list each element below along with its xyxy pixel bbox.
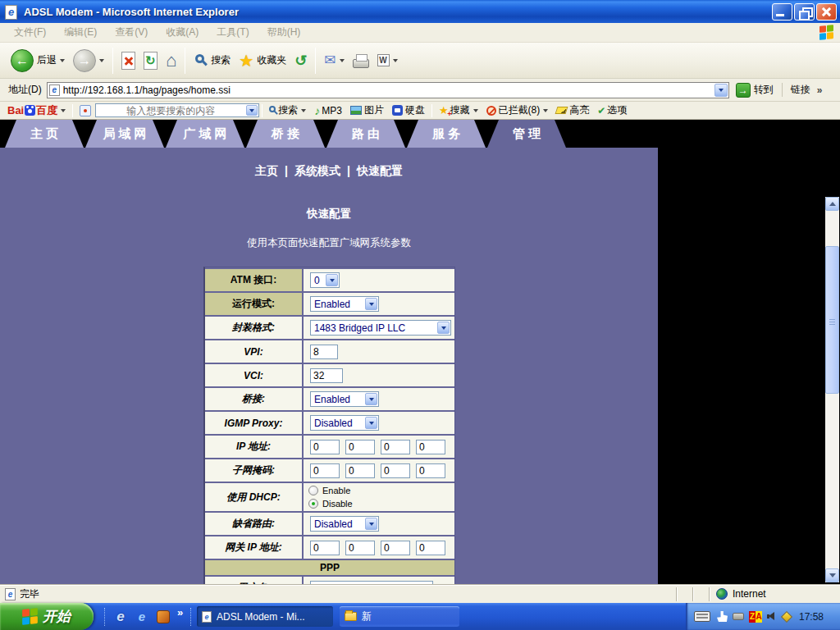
menu-favorites[interactable]: 收藏(A) (157, 25, 208, 39)
disk-tray-icon[interactable] (733, 613, 744, 620)
scroll-up-button[interactable] (825, 197, 839, 211)
minimize-button[interactable] (772, 3, 792, 21)
menu-tools[interactable]: 工具(T) (208, 25, 258, 39)
edit-dropdown-icon[interactable] (393, 59, 398, 62)
start-button[interactable]: 开始 (0, 603, 94, 630)
ie-shortcut-icon[interactable]: e (134, 609, 150, 625)
baidu-logo[interactable]: Bai 百度 (3, 103, 70, 119)
baidu-capture-button[interactable] (75, 103, 95, 119)
subnet-octet-input[interactable] (416, 463, 445, 478)
gateway-octet-input[interactable] (381, 541, 410, 555)
baidu-blocked-button[interactable]: 已拦截(8) (482, 103, 553, 119)
print-button[interactable] (349, 45, 373, 76)
baidu-collect-button[interactable]: ★ 搜藏 (435, 103, 482, 119)
baidu-search-input[interactable] (96, 104, 245, 116)
subnet-octet-input[interactable] (345, 463, 375, 478)
history-button[interactable]: ↺ (290, 45, 311, 76)
default-route-select[interactable]: Disabled (310, 516, 379, 532)
baidu-highlight-button[interactable]: 高亮 (552, 103, 593, 119)
gateway-octet-input[interactable] (345, 541, 375, 555)
mail-dropdown-icon[interactable] (340, 59, 345, 62)
tab-service[interactable]: 服务 (407, 120, 486, 148)
tab-home[interactable]: 主页 (5, 120, 84, 148)
gateway-octet-input[interactable] (416, 541, 445, 555)
baidu-search-dropdown-button[interactable] (246, 105, 258, 116)
dhcp-enable-option[interactable]: Enable (308, 485, 350, 496)
atm-interface-select[interactable]: 0 (310, 272, 340, 288)
subnet-octet-input[interactable] (310, 463, 340, 478)
ip-octet-input[interactable] (381, 440, 410, 454)
subnet-octet-input[interactable] (381, 463, 410, 478)
task-button-folder[interactable]: 新 (340, 606, 459, 627)
baidu-disk-button[interactable]: 硬盘 (388, 103, 429, 119)
dhcp-disable-radio[interactable] (308, 499, 318, 509)
mail-button[interactable]: ✉ (320, 45, 348, 76)
operation-mode-select[interactable]: Enabled (310, 296, 379, 312)
menu-file[interactable]: 文件(F) (5, 25, 55, 39)
quick-launch-overflow-chevron[interactable]: » (177, 603, 183, 619)
zonealarm-tray-icon[interactable]: ZA (749, 611, 762, 623)
menu-view[interactable]: 查看(V) (106, 25, 157, 39)
menu-edit[interactable]: 编辑(E) (55, 25, 106, 39)
vpi-input[interactable] (310, 345, 338, 359)
diamond-tray-icon[interactable] (781, 610, 792, 622)
baidu-search-dropdown-icon[interactable] (301, 109, 306, 112)
forward-dropdown-icon[interactable] (99, 59, 104, 62)
ip-octet-input[interactable] (416, 440, 445, 454)
tab-route[interactable]: 路由 (326, 120, 405, 148)
forward-button[interactable]: → (69, 45, 108, 76)
baidu-mp3-button[interactable]: ♪ MP3 (310, 103, 346, 119)
tray-clock[interactable]: 17:58 (799, 611, 824, 623)
dhcp-disable-option[interactable]: Disable (308, 498, 353, 509)
app-orange-icon[interactable] (155, 609, 171, 625)
address-dropdown-button[interactable] (714, 84, 728, 97)
baidu-images-button[interactable]: 图片 (346, 103, 388, 119)
tab-admin[interactable]: 管理 (487, 120, 566, 148)
favorites-button[interactable]: ★ 收藏夹 (235, 45, 290, 76)
select-arrow-icon (437, 322, 450, 334)
back-dropdown-icon[interactable] (60, 59, 65, 62)
tab-lan[interactable]: 局域网 (85, 120, 164, 148)
bridge-select[interactable]: Enabled (310, 391, 379, 407)
address-input[interactable] (63, 83, 713, 98)
gateway-octet-input[interactable] (310, 541, 340, 555)
task-button-adsl-modem[interactable]: e ADSL Modem - Mi... (197, 606, 333, 627)
tab-wan[interactable]: 广域网 (166, 120, 244, 148)
blocked-dropdown-icon[interactable] (543, 109, 548, 112)
close-button[interactable] (816, 3, 837, 21)
hand-cursor-tray-icon[interactable] (717, 611, 728, 622)
browser-toolbar: ← 后退 → ↻ ⌂ 搜索 ★ 收藏夹 ↺ ✉ W (0, 43, 840, 79)
igmp-proxy-select[interactable]: Disabled (310, 415, 379, 431)
refresh-icon: ↻ (144, 52, 158, 70)
input-method-keyboard-icon[interactable] (694, 611, 710, 622)
baidu-logo-dropdown-icon[interactable] (61, 109, 66, 112)
breadcrumb-sysmode-link[interactable]: 系统模式 (294, 164, 340, 177)
vci-input[interactable] (310, 368, 343, 383)
refresh-button[interactable]: ↻ (139, 45, 162, 76)
table-row-subnet-mask: 子网掩码: (205, 459, 454, 482)
collect-dropdown-icon[interactable] (473, 109, 478, 112)
ip-octet-input[interactable] (345, 440, 375, 454)
ie-quicklaunch-icon[interactable]: e (112, 609, 129, 625)
go-button[interactable]: → 转到 (736, 83, 774, 98)
dhcp-enable-radio[interactable] (308, 486, 318, 495)
breadcrumb-home-link[interactable]: 主页 (255, 164, 278, 177)
speaker-tray-icon[interactable] (767, 611, 778, 622)
baidu-options-button[interactable]: ✔ 选项 (593, 103, 631, 119)
baidu-search-button[interactable]: 搜索 (265, 103, 310, 119)
scrollbar-thumb[interactable] (825, 246, 839, 394)
home-button[interactable]: ⌂ (162, 45, 180, 76)
stop-button[interactable] (117, 45, 139, 76)
edit-button[interactable]: W (373, 45, 402, 76)
vertical-scrollbar[interactable] (825, 197, 839, 582)
scroll-down-button[interactable] (825, 568, 839, 582)
ip-octet-input[interactable] (310, 440, 340, 454)
menu-help[interactable]: 帮助(H) (258, 25, 310, 39)
back-button[interactable]: ← 后退 (7, 45, 69, 76)
links-button[interactable]: 链接 » (782, 83, 823, 97)
search-button[interactable]: 搜索 (189, 45, 235, 76)
encapsulation-select[interactable]: 1483 Bridged IP LLC (310, 320, 451, 336)
breadcrumb-quickconfig-link[interactable]: 快速配置 (357, 164, 403, 177)
restore-button[interactable] (794, 3, 815, 21)
tab-bridge[interactable]: 桥接 (246, 120, 325, 148)
